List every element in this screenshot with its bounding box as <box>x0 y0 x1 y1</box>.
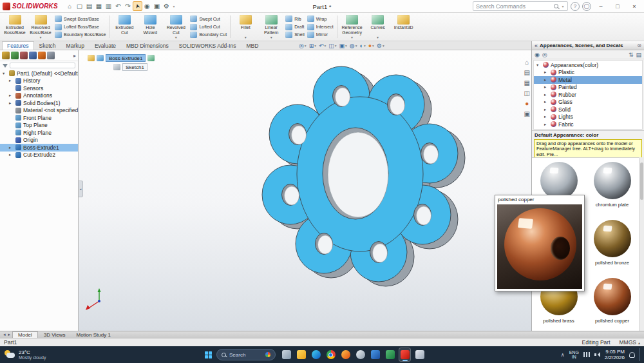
filter-funnel-icon[interactable] <box>3 64 8 68</box>
taskbar-app-task-view[interactable] <box>280 348 292 362</box>
hud-button-zoom-area[interactable]: ⊞▾ <box>308 43 317 49</box>
titlebar-button-home[interactable]: ⌂ <box>65 1 75 11</box>
side-button-appearances[interactable]: ● <box>525 101 529 107</box>
panel-flyout-icon[interactable]: ▸ <box>73 53 76 59</box>
show-desktop-button[interactable] <box>639 348 641 361</box>
toolbar-button-sort[interactable]: ⇅ <box>629 52 634 58</box>
side-button-design-library[interactable]: ▤ <box>524 70 530 76</box>
view-tab[interactable]: 3D Views <box>39 331 71 338</box>
side-button-view-palette[interactable]: ◫ <box>524 90 530 97</box>
ribbon-reference-geometry[interactable]: Reference Geometry ▾ <box>339 14 365 40</box>
breadcrumb-sketch[interactable]: Sketch1 <box>122 63 147 71</box>
volume-icon[interactable] <box>594 352 600 358</box>
tab[interactable]: Features <box>2 41 34 50</box>
ribbon-hole-wizard[interactable]: Hole Wizard <box>137 14 163 40</box>
panel-tab-displaymanager[interactable] <box>38 52 46 59</box>
tab[interactable]: MBD Dimensions <box>121 41 174 50</box>
side-button-home[interactable]: ⌂ <box>525 59 529 66</box>
search-caret-icon[interactable]: ▾ <box>561 4 565 8</box>
toolbar-button-view-options[interactable]: ▤ <box>636 52 641 58</box>
feature-tree-item[interactable]: ▸ Boss-Extrude1 <box>0 144 78 152</box>
feature-tree-item[interactable]: ▾ Part1 (Default) <<Default>_Display St <box>0 70 78 77</box>
appearance-category[interactable]: ▸ Glass <box>534 99 642 106</box>
taskbar-app-edge[interactable] <box>310 348 322 362</box>
thumbnails-scrollbar[interactable] <box>639 157 644 331</box>
toolbar-button-nav-back[interactable]: ◉ <box>535 52 540 58</box>
expand-arrow-icon[interactable]: ▸ <box>544 107 549 112</box>
view-tab[interactable]: Motion Study 1 <box>71 331 115 338</box>
command-search-input[interactable]: Search Commands ▾ <box>473 1 568 11</box>
appearance-category[interactable]: ▸ Solid <box>534 106 642 113</box>
side-button-custom-properties[interactable]: ▣ <box>524 111 530 117</box>
ribbon-curves[interactable]: Curves ▾ <box>365 14 391 40</box>
titlebar-button-select[interactable]: ➤ <box>133 1 142 11</box>
edit-feature-icon[interactable] <box>147 55 155 61</box>
titlebar-button-print[interactable]: ▥ <box>104 1 113 11</box>
appearance-category[interactable]: ▸ Painted <box>534 84 642 92</box>
maximize-button[interactable]: □ <box>611 1 625 12</box>
hud-button-view-settings[interactable]: ⚙▾ <box>376 43 385 49</box>
ribbon-boundary-boss-base[interactable]: Boundary Boss/Base <box>55 32 106 38</box>
feature-tree-item[interactable]: ▸ History <box>0 77 78 85</box>
expand-arrow-icon[interactable]: ▸ <box>544 114 549 119</box>
panel-tab-configurationmanager[interactable] <box>20 52 28 59</box>
ribbon-revolved-boss-base[interactable]: Revolved Boss/Base ▾ <box>28 14 53 40</box>
ribbon-revolved-cut[interactable]: Revolved Cut ▾ <box>163 14 189 40</box>
taskbar-app-media-player[interactable] <box>354 348 366 362</box>
taskbar-app-excel[interactable] <box>384 348 396 362</box>
expand-arrow-icon[interactable]: ▾ <box>3 71 7 76</box>
hud-button-previous-view[interactable]: ↶▾ <box>318 43 327 49</box>
taskbar-search[interactable]: Search <box>216 349 276 360</box>
breadcrumb-feature[interactable]: Boss-Extrude1 <box>106 54 146 62</box>
ribbon-linear-pattern[interactable]: Linear Pattern ▾ <box>258 14 284 40</box>
feature-tree-item[interactable]: Origin <box>0 137 78 144</box>
expand-arrow-icon[interactable]: ▸ <box>544 92 549 97</box>
tree-filter-input[interactable] <box>10 63 75 68</box>
panel-tab-cam-tree[interactable] <box>47 52 55 59</box>
ribbon-extruded-boss-base[interactable]: Extruded Boss/Base <box>2 14 28 40</box>
appearance-category[interactable]: ▸ Lights <box>534 113 642 121</box>
expand-arrow-icon[interactable]: ▸ <box>544 70 549 75</box>
ribbon-swept-boss-base[interactable]: Swept Boss/Base <box>55 15 106 22</box>
expand-arrow-icon[interactable]: ▸ <box>544 99 549 104</box>
feature-tree-item[interactable]: Material <not specified> <box>0 107 78 115</box>
help-button[interactable]: ? <box>571 2 580 11</box>
graphics-viewport[interactable]: Boss-Extrude1 Sketch1 ⌂▤▦◫●▣ ◂ <box>79 50 531 331</box>
feature-tree-item[interactable]: ▸ Annotations <box>0 92 78 100</box>
side-button-file-explorer[interactable]: ▦ <box>524 80 530 86</box>
ribbon-shell[interactable]: Shell <box>285 32 305 38</box>
feature-tree-item[interactable]: Right Plane <box>0 129 78 137</box>
hud-button-edit-appearance[interactable]: ●▾ <box>368 43 375 49</box>
minimize-button[interactable]: – <box>594 1 608 12</box>
titlebar-button-rebuild[interactable]: ◉ <box>142 1 152 11</box>
sketch-icon[interactable] <box>113 64 120 70</box>
tab[interactable]: Sketch <box>34 41 61 50</box>
ribbon-lofted-cut[interactable]: Lofted Cut <box>190 24 227 30</box>
ribbon-draft[interactable]: Draft <box>285 24 305 30</box>
panel-tab-propertymanager[interactable] <box>11 52 19 59</box>
toolbar-caret-icon[interactable]: ▾ <box>172 4 176 8</box>
hud-button-section-view[interactable]: ◫▾ <box>328 43 337 49</box>
taskbar-clock[interactable]: 9:05 PM 2/2/2026 <box>605 349 625 360</box>
weather-widget[interactable]: 23°C Mostly cloudy <box>4 346 46 363</box>
feature-tree-item[interactable]: Front Plane <box>0 114 78 122</box>
ribbon-wrap[interactable]: Wrap <box>307 15 334 22</box>
expand-arrow-icon[interactable]: ▸ <box>544 77 549 83</box>
start-button[interactable] <box>205 351 212 358</box>
panel-tab-featuremanager-tree[interactable] <box>2 52 10 59</box>
taskbar-app-chrome[interactable] <box>325 348 337 362</box>
toolbar-button-nav-home[interactable]: ◎ <box>542 52 547 58</box>
feature-tree-item[interactable]: ▸ Solid Bodies(1) <box>0 99 78 107</box>
language-indicator[interactable]: ENG IN <box>569 350 579 359</box>
ribbon-swept-cut[interactable]: Swept Cut <box>190 15 227 22</box>
feature-tree-item[interactable]: ▸ Cut-Extrude2 <box>0 152 78 159</box>
user-account-button[interactable]: ◯ <box>582 2 591 11</box>
hud-button-hide-show-items[interactable]: ◐▾ <box>359 43 366 49</box>
expand-arrow-icon[interactable]: ▸ <box>544 122 549 127</box>
titlebar-button-options[interactable]: ⚙ <box>162 1 171 11</box>
close-button[interactable]: × <box>627 1 641 12</box>
expand-arrow-icon[interactable]: ▸ <box>9 101 14 106</box>
appearance-thumb-chromium plate[interactable]: chromium plate <box>585 158 639 216</box>
units-selector[interactable]: MMGS ▴ <box>620 339 640 346</box>
notification-bell-icon[interactable] <box>629 352 635 358</box>
